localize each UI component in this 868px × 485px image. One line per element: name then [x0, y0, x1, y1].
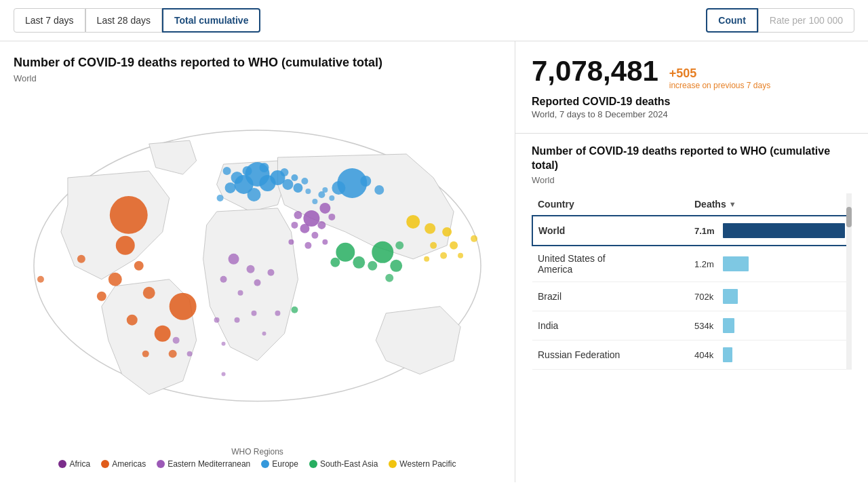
legend-title: WHO Regions — [14, 447, 501, 457]
svg-point-55 — [235, 317, 240, 323]
svg-point-44 — [288, 239, 294, 245]
deaths-table: Country Deaths ▼ World — [532, 193, 852, 370]
svg-point-22 — [243, 166, 252, 176]
svg-point-65 — [442, 227, 452, 237]
svg-point-45 — [336, 243, 355, 262]
stats-box: 7,078,481 +505 increase on previous 7 da… — [515, 41, 868, 134]
svg-point-12 — [142, 351, 149, 357]
increase-label: increase on previous 7 days — [669, 81, 770, 90]
americas-label: Americas — [112, 459, 146, 469]
svg-point-37 — [317, 221, 326, 229]
eastern-med-label: Eastern Mediterranean — [167, 459, 250, 469]
legend-item-eastern-med: Eastern Mediterranean — [157, 459, 250, 469]
svg-point-25 — [280, 168, 288, 176]
svg-point-63 — [406, 215, 420, 229]
svg-point-35 — [319, 203, 330, 214]
world-map — [14, 90, 501, 442]
svg-point-80 — [312, 199, 317, 204]
svg-point-74 — [368, 261, 377, 271]
deaths-value: 702k — [694, 292, 723, 302]
deaths-bar — [723, 223, 845, 238]
legend-item-western-pacific: Western Pacific — [389, 459, 456, 469]
map-panel: Number of COVID-19 deaths reported to WH… — [0, 41, 515, 482]
svg-point-6 — [97, 292, 106, 301]
africa-dot — [58, 460, 66, 468]
bar-container: 1.2m — [694, 256, 846, 271]
tab-last-7-days[interactable]: Last 7 days — [14, 8, 85, 33]
total-deaths-count: 7,078,481 — [532, 55, 658, 88]
bar-container: 404k — [694, 347, 846, 362]
deaths-value: 404k — [694, 350, 723, 360]
metric-tab-group: Count Rate per 100 000 — [706, 8, 854, 33]
tab-total-cumulative[interactable]: Total cumulative — [162, 8, 260, 33]
legend-items: Africa Americas Eastern Mediterranean Eu… — [14, 459, 501, 469]
tab-last-28-days[interactable]: Last 28 days — [85, 8, 162, 33]
americas-dot — [101, 460, 109, 468]
country-cell: India — [532, 311, 689, 341]
svg-point-62 — [222, 372, 226, 376]
svg-point-75 — [385, 274, 393, 282]
svg-point-11 — [169, 350, 177, 358]
svg-point-52 — [238, 290, 243, 296]
svg-point-17 — [248, 188, 261, 201]
scrollbar-thumb[interactable] — [846, 207, 852, 227]
svg-point-40 — [311, 232, 318, 239]
svg-point-8 — [77, 255, 85, 263]
tab-count[interactable]: Count — [706, 8, 757, 33]
tab-rate-per-100k[interactable]: Rate per 100 000 — [758, 8, 854, 33]
increase-number: +505 — [669, 66, 697, 80]
svg-point-46 — [353, 256, 365, 269]
svg-point-69 — [458, 253, 463, 258]
svg-point-73 — [390, 260, 402, 272]
svg-point-67 — [430, 242, 437, 249]
deaths-cell: 404k — [689, 341, 851, 370]
col-deaths[interactable]: Deaths ▼ — [689, 193, 851, 216]
svg-point-18 — [231, 172, 243, 184]
wp-dot — [389, 460, 397, 468]
header: Last 7 days Last 28 days Total cumulativ… — [0, 0, 868, 41]
svg-point-7 — [127, 315, 138, 326]
main-content: Number of COVID-19 deaths reported to WH… — [0, 41, 868, 482]
map-title: Number of COVID-19 deaths reported to WH… — [14, 55, 501, 71]
svg-point-76 — [395, 241, 403, 250]
svg-point-33 — [374, 185, 384, 195]
svg-point-56 — [214, 317, 220, 323]
map-legend: WHO Regions Africa Americas Eastern Medi… — [14, 447, 501, 469]
europe-label: Europe — [272, 459, 298, 469]
svg-point-32 — [360, 176, 371, 187]
table-row[interactable]: Russian Federation 404k — [532, 341, 851, 370]
table-row[interactable]: World 7.1m — [532, 216, 851, 246]
table-row[interactable]: India 534k — [532, 311, 851, 341]
svg-point-39 — [328, 214, 335, 220]
svg-point-4 — [155, 326, 171, 342]
svg-point-70 — [424, 256, 429, 262]
europe-dot — [261, 460, 269, 468]
legend-item-europe: Europe — [261, 459, 298, 469]
stats-top-row: 7,078,481 +505 increase on previous 7 da… — [532, 55, 852, 90]
sort-arrow-icon: ▼ — [729, 200, 736, 208]
svg-point-36 — [300, 224, 309, 233]
bar-container: 7.1m — [694, 223, 845, 238]
table-subtitle: World — [532, 175, 852, 185]
bar-container: 702k — [694, 289, 846, 304]
table-row[interactable]: Brazil 702k — [532, 282, 851, 311]
deaths-cell: 534k — [689, 311, 851, 341]
map-svg — [14, 90, 501, 442]
legend-item-africa: Africa — [58, 459, 90, 469]
svg-point-82 — [305, 189, 311, 194]
country-cell: Russian Federation — [532, 341, 689, 370]
legend-item-south-east-asia: South-East Asia — [309, 459, 378, 469]
eastern-med-dot — [157, 460, 165, 468]
svg-point-1 — [110, 196, 148, 234]
country-cell: Brazil — [532, 282, 689, 311]
africa-label: Africa — [69, 459, 90, 469]
svg-point-81 — [322, 187, 328, 193]
deaths-value: 1.2m — [694, 259, 723, 269]
svg-point-21 — [225, 182, 236, 193]
stats-meta: World, 7 days to 8 December 2024 — [532, 109, 852, 119]
table-row[interactable]: United States ofAmerica 1.2m — [532, 246, 851, 282]
svg-point-38 — [294, 211, 302, 219]
svg-point-13 — [37, 276, 44, 283]
svg-point-71 — [471, 235, 477, 242]
sea-label: South-East Asia — [320, 459, 378, 469]
